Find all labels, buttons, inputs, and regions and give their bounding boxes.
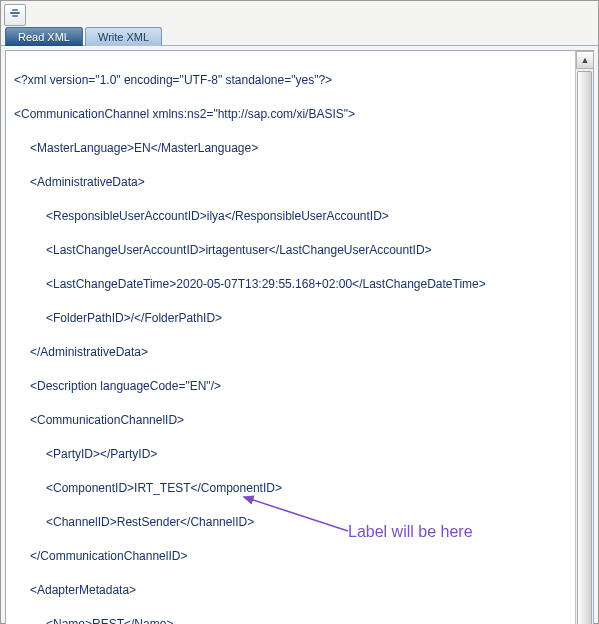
xml-line: <ComponentID>IRT_TEST</ComponentID> — [14, 480, 571, 497]
tab-write-xml[interactable]: Write XML — [85, 27, 162, 46]
xml-line: <LastChangeUserAccountID>irtagentuser</L… — [14, 242, 571, 259]
text-pane: <?xml version="1.0" encoding="UTF-8" sta… — [5, 50, 594, 624]
vertical-scrollbar[interactable]: ▲ ▼ — [575, 51, 593, 624]
history-icon — [8, 7, 22, 24]
tabstrip: Read XML Write XML — [1, 26, 598, 46]
xml-line: <CommunicationChannel xmlns:ns2="http://… — [14, 106, 571, 123]
xml-line: <ChannelID>RestSender</ChannelID> — [14, 514, 571, 531]
content-area: <?xml version="1.0" encoding="UTF-8" sta… — [1, 46, 598, 624]
xml-line: <AdapterMetadata> — [14, 582, 571, 599]
xml-line: <Description languageCode="EN"/> — [14, 378, 571, 395]
svg-rect-1 — [12, 9, 18, 11]
annotation-layer: Label will be here — [6, 51, 575, 624]
xml-line: <ResponsibleUserAccountID>ilya</Responsi… — [14, 208, 571, 225]
svg-rect-2 — [12, 15, 18, 17]
history-button[interactable] — [4, 4, 26, 26]
vertical-scroll-track[interactable] — [576, 69, 593, 624]
chevron-up-icon: ▲ — [581, 55, 590, 65]
xml-text-area[interactable]: <?xml version="1.0" encoding="UTF-8" sta… — [6, 51, 575, 624]
xml-line: </CommunicationChannelID> — [14, 548, 571, 565]
xml-line: </AdministrativeData> — [14, 344, 571, 361]
toolbar — [1, 1, 598, 26]
xml-line: <LastChangeDateTime>2020-05-07T13:29:55.… — [14, 276, 571, 293]
vertical-scroll-thumb[interactable] — [577, 71, 592, 624]
xml-line: <MasterLanguage>EN</MasterLanguage> — [14, 140, 571, 157]
tab-read-xml[interactable]: Read XML — [5, 27, 83, 46]
app-frame: Read XML Write XML <?xml version="1.0" e… — [0, 0, 599, 624]
xml-line: <AdministrativeData> — [14, 174, 571, 191]
xml-line: <FolderPathID>/</FolderPathID> — [14, 310, 571, 327]
svg-rect-0 — [10, 12, 20, 14]
xml-line: <Name>REST</Name> — [14, 616, 571, 624]
scroll-up-button[interactable]: ▲ — [576, 51, 594, 69]
xml-line: <PartyID></PartyID> — [14, 446, 571, 463]
xml-line: <?xml version="1.0" encoding="UTF-8" sta… — [14, 72, 571, 89]
xml-line: <CommunicationChannelID> — [14, 412, 571, 429]
